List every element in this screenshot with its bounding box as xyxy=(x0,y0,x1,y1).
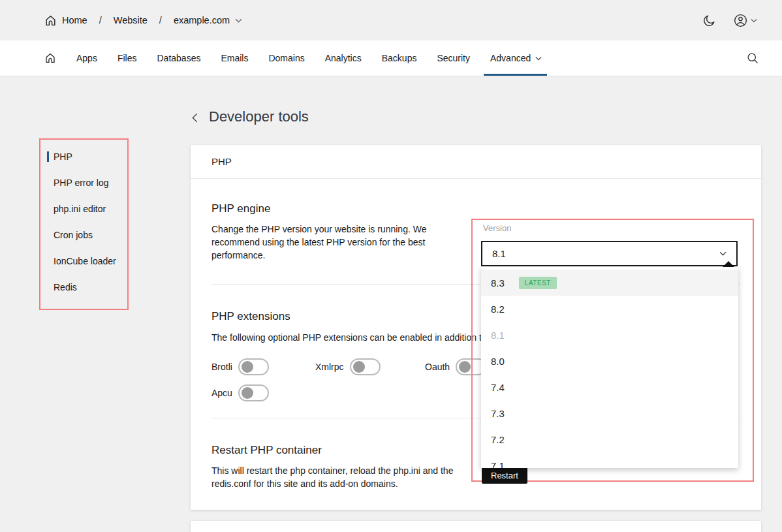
extension-toggle-item: Apcu xyxy=(211,384,269,401)
sidebar-item-label: Redis xyxy=(54,282,77,292)
main-nav: Apps Files Databases Emails Domains xyxy=(0,40,782,76)
topbar-actions xyxy=(702,13,757,28)
nav-item-label: Apps xyxy=(76,53,97,63)
switch-knob xyxy=(353,361,365,373)
top-bar: Home / Website / example.com xyxy=(0,0,782,40)
switch-knob xyxy=(459,361,471,373)
active-indicator xyxy=(47,151,49,162)
php-version-option-value: 7.2 xyxy=(491,434,505,445)
chevron-down-icon xyxy=(535,56,542,61)
tooltip-arrow xyxy=(723,261,734,267)
nav-item[interactable]: Emails xyxy=(221,40,248,76)
home-icon xyxy=(44,14,57,27)
sidebar-item[interactable]: PHP error log xyxy=(40,170,127,196)
breadcrumb-home-label: Home xyxy=(62,15,87,25)
php-version-option[interactable]: 7.1 xyxy=(481,452,738,468)
sidebar-item-label: IonCube loader xyxy=(54,256,116,266)
nav-item[interactable]: Databases xyxy=(157,40,200,76)
sidebar-item[interactable]: IonCube loader xyxy=(40,248,127,274)
php-version-option-value: 7.4 xyxy=(491,382,505,393)
chevron-down-icon xyxy=(235,18,242,23)
php-version-option-value: 7.1 xyxy=(491,460,505,469)
card-title: PHP xyxy=(211,156,232,167)
home-icon xyxy=(44,52,56,64)
php-version-option-value: 7.3 xyxy=(491,408,505,419)
extension-toggle-switch[interactable] xyxy=(238,358,269,375)
php-version-option[interactable]: 7.2 xyxy=(481,426,738,452)
moon-icon xyxy=(702,14,716,27)
sidebar-item[interactable]: Cron jobs xyxy=(40,222,127,248)
extension-toggle-switch[interactable] xyxy=(350,358,381,375)
php-version-option-value: 8.3 xyxy=(491,277,505,289)
php-version-dropdown: 8.3 LATEST 8.2 8.1 8.0 7.4 7.3 7.2 xyxy=(481,267,738,468)
php-version-option[interactable]: 8.1 xyxy=(481,322,738,348)
card-header: PHP xyxy=(191,145,761,179)
php-engine-heading: PHP engine xyxy=(211,202,270,215)
nav-item-label: Emails xyxy=(221,53,248,63)
php-version-option[interactable]: 7.3 xyxy=(481,400,738,426)
user-icon xyxy=(733,13,748,28)
selected-version: 8.1 xyxy=(492,248,506,259)
page-title: Developer tools xyxy=(209,108,309,125)
nav-item[interactable]: Security xyxy=(437,40,470,76)
nav-item-label: Advanced xyxy=(490,53,531,63)
extension-label: Apcu xyxy=(211,388,232,398)
sidebar-item-label: PHP xyxy=(54,151,72,162)
php-engine-description: Change the PHP version your website is r… xyxy=(211,223,440,262)
breadcrumb: Home / Website / example.com xyxy=(44,14,242,27)
switch-knob xyxy=(242,387,253,399)
sidebar-item[interactable]: php.ini editor xyxy=(40,196,127,222)
sidebar-item[interactable]: Redis xyxy=(40,274,127,300)
extension-toggle-switch[interactable] xyxy=(238,384,269,401)
search-button[interactable] xyxy=(746,40,759,76)
php-version-select[interactable]: 8.1 xyxy=(481,241,738,266)
breadcrumb-separator: / xyxy=(99,15,102,25)
extension-toggle-item: Brotli xyxy=(211,358,269,375)
nav-item-home[interactable] xyxy=(44,40,56,76)
nav-item-label: Domains xyxy=(268,53,304,63)
restart-button[interactable]: Restart xyxy=(482,467,527,484)
nav-item[interactable]: Domains xyxy=(268,40,304,76)
breadcrumb-site-label: example.com xyxy=(174,15,230,25)
nav-item[interactable]: Files xyxy=(117,40,137,76)
sidebar-item[interactable]: PHP xyxy=(40,144,127,170)
switch-knob xyxy=(242,361,253,373)
restart-description: This will restart the php container, rel… xyxy=(211,464,469,490)
extension-toggle-item: Oauth xyxy=(425,358,486,375)
latest-badge: LATEST xyxy=(519,277,557,289)
extension-label: Oauth xyxy=(425,362,450,372)
php-version-option[interactable]: 8.3 LATEST xyxy=(481,270,738,296)
page-header: Developer tools xyxy=(192,108,309,125)
php-extensions-heading: PHP extensions xyxy=(211,310,290,323)
dark-mode-toggle[interactable] xyxy=(702,14,716,27)
nav-item[interactable]: Analytics xyxy=(325,40,362,76)
nav-item-label: Analytics xyxy=(325,53,362,63)
nav-item-label: Security xyxy=(437,53,470,63)
nav-item-label: Databases xyxy=(157,53,200,63)
php-version-option[interactable]: 8.2 xyxy=(481,296,738,322)
back-button[interactable] xyxy=(192,112,198,123)
nav-item[interactable]: Apps xyxy=(76,40,97,76)
extension-toggle-item: Xmlrpc xyxy=(315,358,381,375)
chevron-down-icon xyxy=(751,18,757,23)
breadcrumb-home[interactable]: Home xyxy=(44,14,87,27)
extension-label: Xmlrpc xyxy=(315,362,344,372)
extension-label: Brotli xyxy=(211,362,232,372)
developer-tools-sidebar: PHP PHP error log php.ini editor Cron jo… xyxy=(39,138,129,310)
search-icon xyxy=(746,52,759,65)
breadcrumb-site-selector[interactable]: example.com xyxy=(174,15,242,25)
php-version-option-value: 8.0 xyxy=(491,356,505,367)
account-menu[interactable] xyxy=(733,13,757,28)
nav-item[interactable]: Backups xyxy=(382,40,417,76)
breadcrumb-website[interactable]: Website xyxy=(114,15,148,25)
php-version-option[interactable]: 7.4 xyxy=(481,374,738,400)
nav-item[interactable]: Advanced xyxy=(490,40,542,76)
php-version-option-value: 8.1 xyxy=(491,330,505,341)
sidebar-item-label: php.ini editor xyxy=(54,204,106,214)
version-label: Version xyxy=(483,223,511,233)
nav-items: Apps Files Databases Emails Domains xyxy=(76,40,542,76)
restart-heading: Restart PHP container xyxy=(211,444,322,457)
php-version-option[interactable]: 8.0 xyxy=(481,348,738,374)
php-version-option-value: 8.2 xyxy=(491,304,505,315)
next-card xyxy=(191,521,761,532)
